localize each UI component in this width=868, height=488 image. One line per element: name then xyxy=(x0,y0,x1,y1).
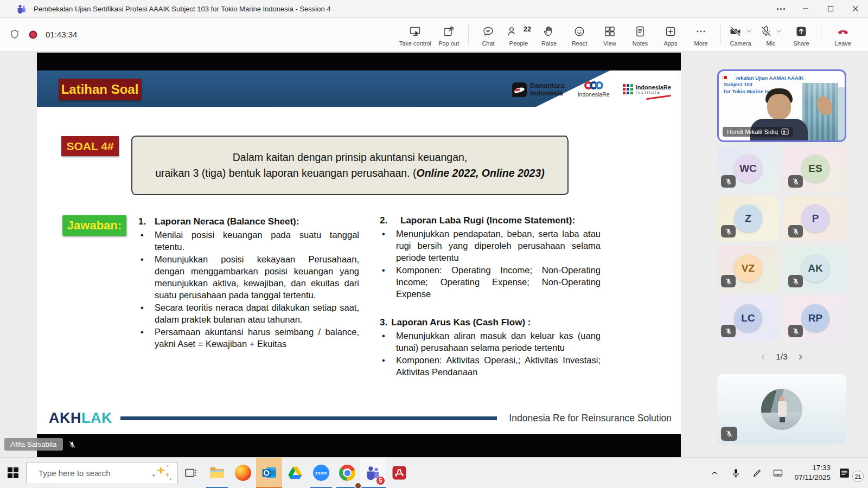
participant-pagination: 1/3 xyxy=(717,348,846,365)
teams-app-icon xyxy=(16,3,27,14)
window-more-icon[interactable] xyxy=(768,0,793,18)
answer3-bullets: Menunjukkan aliran masuk dan keluar kas … xyxy=(380,330,601,378)
share-button[interactable]: Share xyxy=(786,22,816,48)
recording-indicator-icon xyxy=(28,29,39,40)
maximize-button[interactable] xyxy=(818,0,843,18)
participant-tile[interactable]: ES xyxy=(784,146,846,191)
slide-top-bar xyxy=(37,53,681,70)
tray-date: 07/11/2025 xyxy=(794,473,831,483)
camera-off-icon xyxy=(729,25,743,38)
bullet: Komponen: Operating Income; Non-Operatin… xyxy=(380,264,601,300)
avatar: WC xyxy=(734,155,762,183)
caption-speaker-name: Afifa Salsabila xyxy=(4,438,63,451)
take-control-icon xyxy=(409,25,422,38)
participant-tile[interactable]: LC xyxy=(717,296,779,341)
pagination-next-icon[interactable] xyxy=(797,354,804,361)
notification-center-button[interactable]: 21 xyxy=(839,462,863,484)
mic-off-icon xyxy=(760,25,773,38)
participant-tile[interactable]: AK xyxy=(784,246,846,291)
react-button[interactable]: React xyxy=(564,22,595,48)
leave-button[interactable]: Leave xyxy=(826,22,860,48)
tray-pen-icon[interactable] xyxy=(749,462,765,484)
chrome-button[interactable] xyxy=(334,458,360,488)
task-view-icon xyxy=(184,466,198,480)
participant-tile[interactable]: WC xyxy=(717,146,779,191)
bullet: Menunjukkan posisi kekayaan Perusahaan, … xyxy=(138,253,359,301)
question-line1: Dalam kaitan dengan prinsip akuntansi ke… xyxy=(233,150,468,165)
jawaban-label: Jawaban: xyxy=(62,215,126,236)
indonesiare-logo: IndonesiaRe xyxy=(578,81,610,98)
chat-button[interactable]: Chat xyxy=(473,22,503,48)
acrobat-button[interactable] xyxy=(386,458,412,488)
react-icon xyxy=(573,25,586,38)
virtual-background-building2 xyxy=(838,87,845,140)
pop-out-button[interactable]: Pop out xyxy=(433,22,464,48)
speaker-video-tile[interactable]: Pembekalan Ujian AAMAI AAAIK Subject 103… xyxy=(717,69,846,142)
avatar: LC xyxy=(734,304,762,332)
outlook-button[interactable] xyxy=(256,458,282,488)
close-button[interactable] xyxy=(843,0,868,18)
mic-muted-icon xyxy=(788,325,803,337)
minimize-button[interactable] xyxy=(793,0,818,18)
mic-chevron-down-icon[interactable] xyxy=(775,28,782,35)
mic-muted-icon xyxy=(788,225,803,237)
teams-button[interactable]: 5 xyxy=(360,458,386,488)
taskbar-search[interactable] xyxy=(26,462,178,484)
toolbar-divider xyxy=(720,25,721,44)
bullet: Komponen: Aktivitas Operasi,; Aktivitas … xyxy=(380,354,601,378)
avatar: ES xyxy=(801,155,829,183)
pagination-label: 1/3 xyxy=(776,352,788,362)
mic-muted-icon xyxy=(721,175,736,188)
windows-taskbar: zoom 5 xyxy=(0,457,868,488)
task-view-button[interactable] xyxy=(178,458,204,488)
bullet: Persamaan akuntansi harus seimbang / bal… xyxy=(138,326,359,350)
file-explorer-button[interactable] xyxy=(204,458,230,488)
toolbar-divider xyxy=(821,25,821,44)
slide: Latihan Soal Danantara Indonesia Indones… xyxy=(37,70,681,434)
slide-title-box: Latihan Soal xyxy=(59,79,141,100)
firefox-button[interactable] xyxy=(230,458,256,488)
people-button[interactable]: 22 People xyxy=(503,22,534,48)
mic-muted-icon xyxy=(788,275,803,287)
meeting-toolbar: 01:43:34 Take control Pop out xyxy=(0,18,868,52)
chrome-profile-avatar xyxy=(354,482,362,488)
mic-button[interactable]: Mic xyxy=(756,22,786,48)
leave-call-icon xyxy=(836,25,850,38)
tray-mic-icon[interactable] xyxy=(727,462,744,484)
virtual-background-logo xyxy=(722,74,736,80)
institute-swoosh xyxy=(646,95,671,100)
raise-hand-button[interactable]: Raise xyxy=(534,22,564,48)
firefox-icon xyxy=(235,465,251,481)
bullet: Menunjukkan pendapatan, beban, serta lab… xyxy=(380,228,601,264)
participant-tile[interactable]: VZ xyxy=(717,246,779,291)
participant-tile[interactable]: RP xyxy=(784,296,846,341)
profile-photo xyxy=(761,389,802,430)
tray-clock[interactable]: 17:33 07/11/2025 xyxy=(791,463,834,482)
take-control-button[interactable]: Take control xyxy=(397,22,433,48)
pagination-prev-icon[interactable] xyxy=(760,354,767,361)
people-icon xyxy=(506,25,519,38)
google-drive-button[interactable] xyxy=(282,458,308,488)
tray-touchpad-icon[interactable] xyxy=(770,462,786,484)
view-button[interactable]: View xyxy=(595,22,625,48)
apps-button[interactable]: Apps xyxy=(655,22,686,48)
camera-chevron-down-icon[interactable] xyxy=(745,28,752,35)
toolbar-divider xyxy=(468,25,469,44)
bullet: Menilai posisi keuangan pada suatu tangg… xyxy=(138,229,359,253)
question-box: Dalam kaitan dengan prinsip akuntansi ke… xyxy=(131,136,569,195)
answer1-bullets: Menilai posisi keuangan pada suatu tangg… xyxy=(138,229,359,350)
participant-video-tile[interactable] xyxy=(717,374,846,445)
start-button[interactable] xyxy=(0,458,26,488)
more-button[interactable]: More xyxy=(686,22,716,48)
participant-badge-icon xyxy=(781,129,789,135)
participant-tile[interactable]: P xyxy=(784,196,846,241)
camera-button[interactable]: Camera xyxy=(725,22,756,48)
search-input[interactable] xyxy=(39,468,146,478)
danantara-logo: Danantara Indonesia xyxy=(512,82,565,97)
tray-chevron-up-icon[interactable] xyxy=(706,462,723,484)
participant-tile[interactable]: Z xyxy=(717,196,779,241)
chrome-icon xyxy=(339,465,355,481)
participants-sidebar: Pembekalan Ujian AAMAI AAAIK Subject 103… xyxy=(717,69,846,445)
zoom-button[interactable]: zoom xyxy=(308,458,334,488)
notes-button[interactable]: Notes xyxy=(625,22,655,48)
